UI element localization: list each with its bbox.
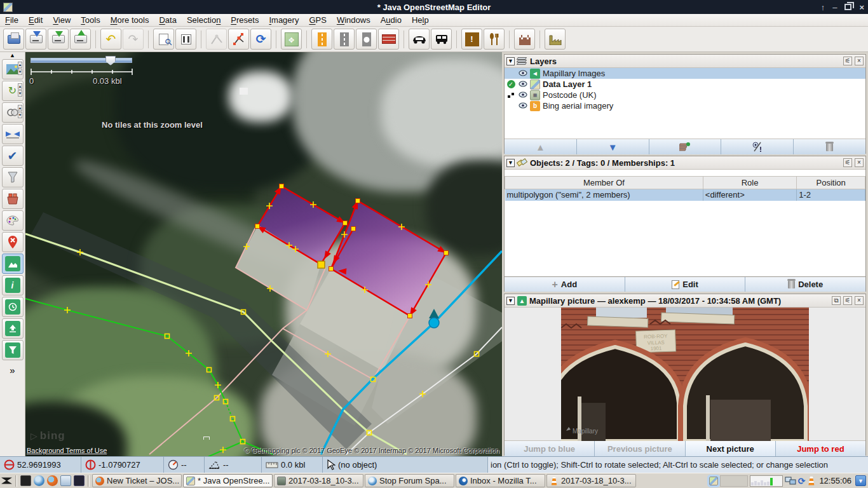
membership-table[interactable]: Member OfRolePositionmultipolygon ("semi…	[505, 176, 865, 201]
close-icon[interactable]: ×	[859, 3, 864, 12]
menu-item-view[interactable]: View	[48, 15, 76, 25]
spinner-controls[interactable]: ▲▼	[18, 105, 22, 118]
redo-button[interactable]: ↷	[123, 29, 144, 50]
layer-row-postcode-uk-[interactable]: ▦Postcode (UK)	[505, 90, 865, 100]
street-photo[interactable]: ROB-ROY VILLAS 1901	[561, 308, 809, 441]
layer-row-mapillary-images[interactable]: ◄Mapillary Images	[505, 68, 865, 79]
menu-item-windows[interactable]: Windows	[332, 15, 376, 25]
menu-item-imagery[interactable]: Imagery	[264, 15, 304, 25]
mapillary-info-button[interactable]: i	[2, 275, 24, 295]
editor-launcher-icon[interactable]	[74, 475, 85, 486]
task-button-stop-forum-spa-[interactable]: Stop Forum Spa...	[365, 474, 454, 487]
sync-tray-icon[interactable]: ⟳	[798, 476, 806, 486]
layer-move-up-button[interactable]: ▲	[505, 139, 577, 154]
undo-button[interactable]: ↶	[100, 29, 121, 50]
layer-visibility-eye-icon[interactable]	[519, 79, 527, 89]
menu-item-presets[interactable]: Presets	[226, 15, 264, 25]
detach-icon[interactable]: ⧉	[832, 296, 841, 305]
edit-button[interactable]: Edit	[625, 277, 746, 292]
membership-row[interactable]: multipolygon ("semi", 2 members)<differe…	[505, 189, 865, 201]
mapillary-filter-button[interactable]	[2, 340, 24, 360]
validate-button[interactable]: ✔	[2, 146, 24, 166]
shade-window-icon[interactable]: ↑	[821, 3, 825, 12]
save-button[interactable]	[25, 29, 46, 50]
menu-item-file[interactable]: File	[0, 15, 24, 25]
menu-item-selection[interactable]: Selection	[182, 15, 226, 25]
panel-close-icon[interactable]: ×	[855, 296, 864, 305]
menu-item-data[interactable]: Data	[154, 15, 181, 25]
preset-castle-button[interactable]	[514, 29, 535, 50]
spinner-controls[interactable]: ▲▼	[18, 83, 22, 97]
layer-row-data-layer-1[interactable]: ✓Data Layer 1	[505, 79, 865, 90]
rotate-adjust-button[interactable]: ↻ ▲▼	[2, 81, 24, 101]
collapse-icon[interactable]: ▼	[506, 57, 515, 65]
task-button-new-ticket-jos-[interactable]: New Ticket – JOS...	[92, 474, 182, 487]
photo-adjust-button[interactable]: ▲▼	[2, 59, 24, 79]
window-manager-icon[interactable]	[1, 475, 12, 486]
minimize-icon[interactable]: –	[832, 3, 837, 12]
layer-move-down-button[interactable]: ▼	[577, 139, 649, 154]
browser-launcher-icon[interactable]	[34, 475, 44, 486]
zoom-to-layer-button[interactable]: ✥	[281, 29, 302, 50]
menu-item-gps[interactable]: GPS	[304, 15, 331, 25]
layer-merge-button[interactable]	[649, 139, 722, 154]
upload-data-button[interactable]	[70, 29, 91, 50]
preset-factory-button[interactable]	[545, 29, 566, 50]
menu-item-tools[interactable]: Tools	[76, 15, 105, 25]
filter-button[interactable]	[2, 167, 24, 187]
preset-hazard-button[interactable]: !	[461, 29, 482, 50]
column-header-member-of[interactable]: Member Of	[505, 177, 703, 189]
merge-layer-button[interactable]	[2, 124, 24, 144]
terminal-launcher-icon[interactable]	[20, 475, 31, 486]
layer-visibility-eye-icon[interactable]	[519, 69, 527, 78]
task-button-2017-03-18-10-3-[interactable]: 2017-03-18_10-3...	[546, 474, 636, 487]
selected-photo-dot[interactable]	[429, 318, 439, 328]
panel-close-icon[interactable]: ×	[855, 57, 864, 65]
preferences-button[interactable]	[175, 29, 196, 50]
map-paint-styles-button[interactable]	[2, 210, 24, 231]
sticky-pin-icon[interactable]: ⚟	[843, 57, 852, 65]
combine-ways-button[interactable]	[206, 29, 227, 50]
sticky-pin-icon[interactable]: ⚟	[843, 296, 852, 305]
menu-item-more-tools[interactable]: More tools	[105, 15, 154, 25]
jump-to-red-button[interactable]: Jump to red	[776, 441, 865, 456]
paste-tags-button[interactable]	[2, 189, 24, 209]
scroll-up-icon[interactable]: ▲	[10, 52, 15, 58]
josm-tray-icon[interactable]	[709, 477, 718, 485]
add-button[interactable]: +Add	[505, 277, 625, 292]
spinner-controls[interactable]: ▲▼	[18, 62, 22, 75]
update-data-button[interactable]: ⟳	[250, 29, 271, 50]
preset-wall-button[interactable]	[378, 29, 399, 50]
split-way-button[interactable]	[228, 29, 249, 50]
next-picture-button[interactable]: Next picture	[686, 441, 776, 456]
jump-to-blue-button[interactable]: Jump to blue	[505, 441, 595, 456]
open-file-button[interactable]	[3, 29, 24, 50]
menu-item-audio[interactable]: Audio	[376, 15, 407, 25]
sticky-pin-icon[interactable]: ⚟	[843, 158, 852, 167]
menu-item-edit[interactable]: Edit	[24, 15, 48, 25]
task-button--java-openstree-[interactable]: * Java OpenStree...	[183, 474, 273, 487]
layer-row-bing-aerial-imagery[interactable]: bBing aerial imagery	[505, 100, 865, 111]
layer-visibility-eye-icon[interactable]	[519, 101, 527, 111]
maximize-icon[interactable]	[844, 4, 851, 10]
column-header-role[interactable]: Role	[703, 177, 796, 189]
collapse-icon[interactable]: ▼	[506, 297, 515, 305]
more-buttons-chevron[interactable]: »	[10, 365, 15, 376]
panel-close-icon[interactable]: ×	[855, 158, 864, 167]
collapse-icon[interactable]: ▼	[506, 159, 515, 167]
previous-picture-button[interactable]: Previous picture	[595, 441, 685, 456]
map-canvas[interactable]	[25, 52, 502, 456]
search-button[interactable]	[153, 29, 174, 50]
download-data-button[interactable]	[48, 29, 69, 50]
junction-node[interactable]	[318, 261, 325, 268]
files-launcher-icon[interactable]	[60, 475, 71, 486]
preset-road-button[interactable]	[334, 29, 355, 50]
layer-visibility-eye-icon[interactable]	[519, 90, 527, 100]
firefox-launcher-icon[interactable]	[47, 475, 58, 486]
mapillary-image-button[interactable]	[2, 254, 24, 274]
task-button-inbox-mozilla-t-[interactable]: Inbox - Mozilla T...	[456, 474, 545, 487]
network-tray-icon[interactable]	[785, 476, 796, 485]
map-view[interactable]: 0 0.03 kbl No tiles at this zoom level b…	[25, 52, 502, 456]
zoom-slider[interactable]	[31, 58, 132, 63]
menu-item-help[interactable]: Help	[407, 15, 434, 25]
